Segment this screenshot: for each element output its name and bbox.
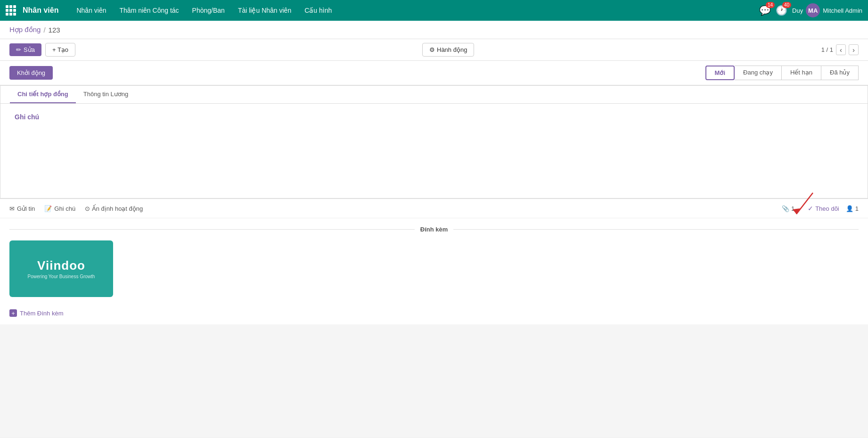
menu-thamniencongac[interactable]: Thâm niên Công tác — [113, 0, 186, 21]
topnav-right-section: 💬 14 🕐 40 Duy MA Mitchell Admin — [759, 3, 862, 17]
follow-button[interactable]: ✓ Theo dõi — [808, 205, 839, 212]
main-menu: Nhân viên Thâm niên Công tác Phòng/Ban T… — [70, 0, 759, 21]
status-steps: Mới Đang chạy Hết hạn Đã hủy — [705, 66, 859, 80]
menu-phongban[interactable]: Phòng/Ban — [186, 0, 231, 21]
send-label: Gửi tin — [17, 205, 35, 212]
add-attachment-container: + Thêm Đính kèm — [9, 309, 859, 317]
edit-icon: ✏ — [16, 46, 21, 53]
divider-left — [9, 229, 415, 230]
followers-stat[interactable]: 👤 1 — [846, 205, 859, 212]
toolbar: ✏ Sửa + Tạo ⚙ Hành động 1 / 1 ‹ › — [0, 39, 868, 61]
activity-badge[interactable]: 🕐 40 — [776, 5, 787, 16]
checkmark-icon: ✓ — [808, 205, 813, 212]
plus-icon: + — [9, 309, 17, 317]
status-step-dangchay[interactable]: Đang chạy — [735, 66, 782, 80]
paperclip-icon: 📎 — [782, 205, 789, 212]
card-tabs: Chi tiết hợp đồng Thông tin Lương — [0, 86, 868, 104]
edit-label: Sửa — [24, 46, 35, 53]
attachment-thumbnail: Viindoo Powering Your Business Growth — [9, 240, 113, 297]
main-content: Khởi động Mới Đang chạy Hết hạn Đã hủy C… — [0, 61, 868, 438]
attachment-logo-text: Viindoo — [37, 258, 85, 273]
breadcrumb-separator: / — [43, 26, 45, 34]
attachment-logo-sub: Powering Your Business Growth — [28, 274, 95, 279]
start-button[interactable]: Khởi động — [9, 66, 53, 80]
followers-count: 1 — [855, 205, 859, 212]
action-label: ⚙ Hành động — [429, 46, 467, 53]
menu-nhanvien[interactable]: Nhân viên — [70, 0, 113, 21]
contract-card: Chi tiết hợp đồng Thông tin Lương Ghi ch… — [0, 85, 868, 198]
chatter-right: 📎 1 ✓ Theo dõi 👤 1 — [782, 205, 859, 212]
create-label: + Tạo — [52, 46, 68, 53]
activity-count: 40 — [782, 2, 791, 8]
attachments-section: Đính kèm Viindoo Powering Your Business … — [0, 218, 868, 324]
attachments-title: Đính kèm — [415, 226, 454, 233]
menu-cauhinh[interactable]: Cấu hình — [298, 0, 338, 21]
action-button[interactable]: ⚙ Hành động — [422, 43, 474, 57]
breadcrumb-parent[interactable]: Hợp đồng — [9, 25, 41, 34]
edit-button[interactable]: ✏ Sửa — [9, 43, 41, 56]
breadcrumb: Hợp đồng / 123 — [0, 21, 868, 39]
admin-name: Mitchell Admin — [823, 7, 862, 14]
status-step-dahuy[interactable]: Đã hủy — [821, 66, 859, 80]
create-button[interactable]: + Tạo — [45, 43, 75, 57]
attachments-count: 1 — [791, 205, 794, 212]
add-attachment-label: Thêm Đính kèm — [20, 310, 63, 317]
note-icon: 📝 — [44, 205, 52, 212]
send-message-button[interactable]: ✉ Gửi tin — [9, 205, 35, 212]
attachments-stat[interactable]: 📎 1 — [782, 205, 794, 212]
note-label: Ghi chú — [15, 113, 853, 121]
card-body: Ghi chú — [0, 104, 868, 198]
pagination: 1 / 1 ‹ › — [821, 44, 859, 55]
schedule-label: ⊙ Ấn định hoạt động — [85, 205, 143, 212]
user-name: Duy — [792, 7, 803, 14]
follow-label: Theo dõi — [815, 205, 839, 212]
chat-count: 14 — [766, 2, 775, 8]
status-step-hethan[interactable]: Hết hạn — [782, 66, 821, 80]
note-button[interactable]: 📝 Ghi chú — [44, 205, 75, 212]
brand-title: Nhân viên — [23, 6, 58, 15]
attachment-item[interactable]: Viindoo Powering Your Business Growth — [9, 240, 113, 302]
chatter-actions: ✉ Gửi tin 📝 Ghi chú ⊙ Ấn định hoạt động … — [0, 199, 868, 218]
chatter: ✉ Gửi tin 📝 Ghi chú ⊙ Ấn định hoạt động … — [0, 198, 868, 324]
prev-page-button[interactable]: ‹ — [836, 44, 846, 55]
pagination-count: 1 / 1 — [821, 46, 833, 53]
next-page-button[interactable]: › — [849, 44, 859, 55]
status-bar: Khởi động Mới Đang chạy Hết hạn Đã hủy — [0, 61, 868, 85]
chat-badge[interactable]: 💬 14 — [759, 5, 771, 16]
note-label: Ghi chú — [54, 205, 75, 212]
tab-thongtinluong[interactable]: Thông tin Lương — [76, 86, 136, 103]
divider-right — [453, 229, 859, 230]
add-attachment-button[interactable]: + Thêm Đính kèm — [9, 309, 63, 317]
avatar: MA — [806, 3, 820, 17]
menu-tailieunhanvien[interactable]: Tài liệu Nhân viên — [231, 0, 298, 21]
tab-chitiet[interactable]: Chi tiết hợp đồng — [10, 86, 76, 103]
status-step-moi[interactable]: Mới — [705, 66, 735, 80]
followers-icon: 👤 — [846, 205, 853, 212]
user-menu[interactable]: Duy MA Mitchell Admin — [792, 3, 862, 17]
breadcrumb-current: 123 — [49, 26, 60, 34]
apps-grid-icon[interactable] — [6, 5, 16, 16]
top-navigation: Nhân viên Nhân viên Thâm niên Công tác P… — [0, 0, 868, 21]
attachments-divider: Đính kèm — [9, 226, 859, 233]
send-icon: ✉ — [9, 205, 15, 212]
schedule-button[interactable]: ⊙ Ấn định hoạt động — [85, 205, 143, 212]
